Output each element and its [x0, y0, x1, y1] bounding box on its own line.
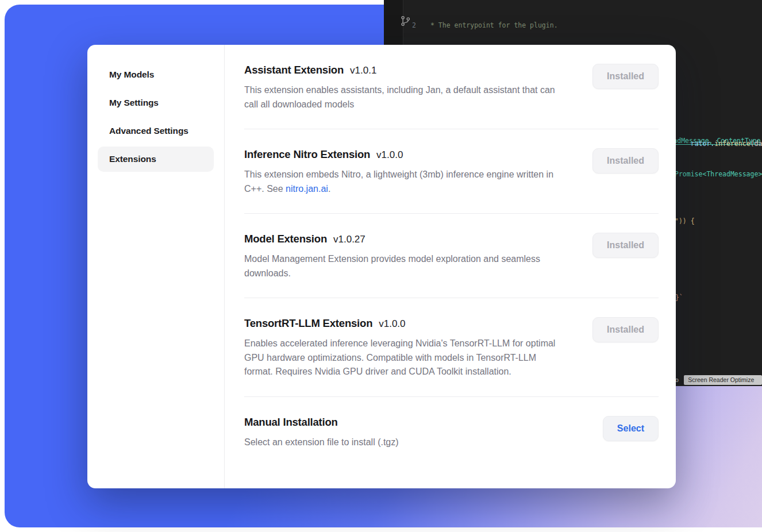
extension-description: Enables accelerated inference leveraging…: [244, 337, 566, 379]
select-file-button[interactable]: Select: [603, 416, 659, 441]
extension-row-assistant: Assistant Extension v1.0.1 This extensio…: [244, 45, 659, 129]
code-fragment-inference: rator.inference(data));: [675, 132, 762, 156]
extension-row-nitro: Inference Nitro Extension v1.0.0 This ex…: [244, 129, 659, 214]
extension-description: Select an extension file to install (.tg…: [244, 435, 399, 450]
installed-button[interactable]: Installed: [592, 64, 659, 89]
extension-description: Model Management Extension provides mode…: [244, 252, 566, 280]
extension-version: v1.0.1: [350, 65, 376, 76]
line-number: 2: [403, 21, 426, 30]
sidebar-item-my-models[interactable]: My Models: [98, 62, 214, 87]
extension-version: v1.0.27: [333, 234, 365, 245]
extension-name: TensortRT-LLM Extension: [244, 317, 372, 330]
screen-reader-badge[interactable]: Screen Reader Optimize: [684, 375, 762, 385]
code-line: 2* The entrypoint for the plugin.: [403, 21, 762, 30]
sidebar-item-extensions[interactable]: Extensions: [98, 147, 214, 172]
nitro-jan-ai-link[interactable]: nitro.jan.ai: [286, 184, 328, 194]
extension-version: v1.0.0: [379, 318, 405, 330]
installed-button[interactable]: Installed: [592, 317, 659, 342]
code-text: * The entrypoint for the plugin.: [426, 21, 558, 30]
installed-button[interactable]: Installed: [592, 148, 659, 174]
extension-row-model: Model Extension v1.0.27 Model Management…: [244, 214, 659, 298]
installed-button[interactable]: Installed: [592, 233, 659, 258]
sidebar-item-advanced-settings[interactable]: Advanced Settings: [98, 118, 214, 144]
extension-description: This extension enables assistants, inclu…: [244, 83, 566, 111]
sidebar-item-my-settings[interactable]: My Settings: [98, 90, 214, 115]
settings-modal: My Models My Settings Advanced Settings …: [87, 45, 676, 488]
settings-sidebar: My Models My Settings Advanced Settings …: [87, 45, 225, 488]
code-fragment-brace: ")) {: [675, 217, 695, 225]
code-fragment-promise: Promise<ThreadMessage>: [675, 170, 762, 178]
extension-version: v1.0.0: [376, 149, 403, 161]
extension-name: Model Extension: [244, 233, 327, 245]
extension-name: Manual Installation: [244, 416, 338, 429]
extension-row-manual-install: Manual Installation Select an extension …: [244, 397, 659, 467]
extension-description: This extension embeds Nitro, a lightweig…: [244, 168, 566, 196]
extension-name: Inference Nitro Extension: [244, 148, 370, 161]
extension-name: Assistant Extension: [244, 64, 344, 76]
extension-row-tensorrt: TensortRT-LLM Extension v1.0.0 Enables a…: [244, 298, 659, 397]
editor-status-line: go Screen Reader Optimize: [671, 373, 762, 386]
extensions-panel: Assistant Extension v1.0.1 This extensio…: [225, 45, 676, 488]
